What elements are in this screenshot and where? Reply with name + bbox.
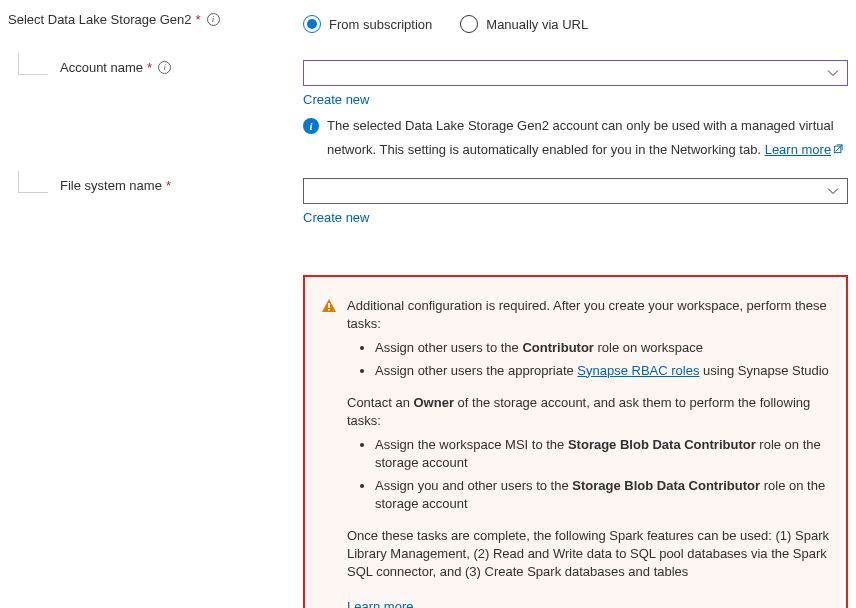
config-task-contributor: Assign other users to the Contributor ro… bbox=[375, 339, 830, 357]
indent-marker bbox=[18, 171, 48, 193]
radio-dot-icon bbox=[307, 19, 317, 29]
label-storage-select: Select Data Lake Storage Gen2 * i bbox=[8, 12, 303, 27]
config-contact-owner: Contact an Owner of the storage account,… bbox=[347, 394, 830, 430]
config-task-users-blob: Assign you and other users to the Storag… bbox=[375, 477, 830, 513]
radio-manually-via-url[interactable]: Manually via URL bbox=[460, 15, 588, 33]
radio-label-from-subscription: From subscription bbox=[329, 17, 432, 32]
config-body: Additional configuration is required. Af… bbox=[347, 297, 830, 608]
account-info-text: The selected Data Lake Storage Gen2 acco… bbox=[327, 117, 848, 158]
label-file-system-name: File system name bbox=[60, 178, 162, 193]
field-file-system-name: Create new Additional configuration is r… bbox=[303, 178, 848, 608]
info-icon[interactable]: i bbox=[158, 61, 171, 74]
learn-more-network-link[interactable]: Learn more bbox=[765, 141, 844, 159]
indent-marker bbox=[18, 53, 48, 75]
radio-circle-icon bbox=[460, 15, 478, 33]
file-system-dropdown[interactable] bbox=[303, 178, 848, 204]
additional-config-box: Additional configuration is required. Af… bbox=[303, 275, 848, 608]
row-storage-select: Select Data Lake Storage Gen2 * i From s… bbox=[8, 12, 848, 34]
label-account-name-col: Account name * i bbox=[8, 60, 303, 75]
config-task-list-1: Assign other users to the Contributor ro… bbox=[347, 339, 830, 379]
storage-select-radio-group: From subscription Manually via URL bbox=[303, 14, 848, 34]
label-file-system-col: File system name * bbox=[8, 178, 303, 193]
radio-from-subscription[interactable]: From subscription bbox=[303, 15, 432, 33]
label-storage-select-text: Select Data Lake Storage Gen2 bbox=[8, 12, 192, 27]
account-info-body: The selected Data Lake Storage Gen2 acco… bbox=[327, 118, 834, 157]
info-filled-icon: i bbox=[303, 118, 319, 134]
learn-more-config-link[interactable]: Learn more bbox=[347, 598, 413, 608]
required-asterisk: * bbox=[196, 12, 201, 27]
field-account-name: Create new i The selected Data Lake Stor… bbox=[303, 60, 848, 172]
row-file-system-name: File system name * Create new Additio bbox=[8, 178, 848, 608]
config-task-msi: Assign the workspace MSI to the Storage … bbox=[375, 436, 830, 472]
label-account-name: Account name bbox=[60, 60, 143, 75]
field-storage-select: From subscription Manually via URL bbox=[303, 12, 848, 34]
account-info-callout: i The selected Data Lake Storage Gen2 ac… bbox=[303, 117, 848, 158]
create-new-account-link[interactable]: Create new bbox=[303, 92, 369, 107]
account-name-dropdown[interactable] bbox=[303, 60, 848, 86]
external-link-icon bbox=[833, 141, 844, 159]
required-asterisk: * bbox=[166, 178, 171, 193]
chevron-down-icon bbox=[827, 67, 839, 79]
synapse-rbac-link[interactable]: Synapse RBAC roles bbox=[577, 363, 699, 378]
svg-rect-2 bbox=[328, 309, 330, 311]
config-task-list-2: Assign the workspace MSI to the Storage … bbox=[347, 436, 830, 513]
config-task-rbac: Assign other users the appropriate Synap… bbox=[375, 362, 830, 380]
config-closing: Once these tasks are complete, the follo… bbox=[347, 527, 830, 582]
required-asterisk: * bbox=[147, 60, 152, 75]
radio-label-manually: Manually via URL bbox=[486, 17, 588, 32]
warning-icon bbox=[321, 298, 337, 608]
radio-circle-icon bbox=[303, 15, 321, 33]
chevron-down-icon bbox=[827, 185, 839, 197]
info-icon[interactable]: i bbox=[207, 13, 220, 26]
svg-rect-1 bbox=[328, 303, 330, 308]
create-new-filesystem-link[interactable]: Create new bbox=[303, 210, 369, 225]
config-inner: Additional configuration is required. Af… bbox=[321, 297, 830, 608]
row-account-name: Account name * i Create new i The select… bbox=[8, 60, 848, 172]
config-intro: Additional configuration is required. Af… bbox=[347, 297, 830, 333]
